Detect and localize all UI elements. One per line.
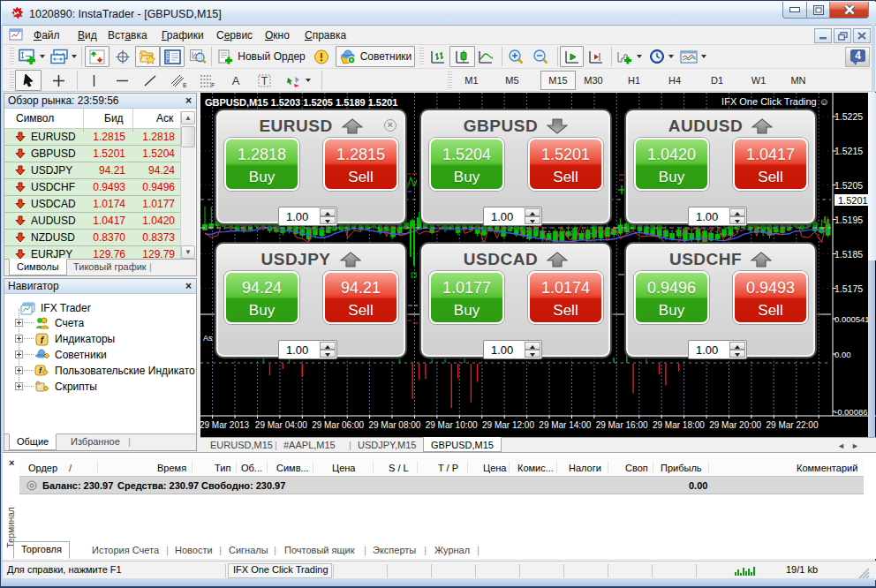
svg-text:1.5225: 1.5225	[834, 111, 863, 122]
svg-text:29 Mar 10:00: 29 Mar 10:00	[426, 420, 478, 430]
svg-text:-0.00086: -0.00086	[834, 407, 868, 417]
svg-text:29 Mar 08:00: 29 Mar 08:00	[368, 420, 420, 430]
svg-text:1.5215: 1.5215	[834, 146, 863, 156]
svg-text:29 Mar 2013: 29 Mar 2013	[200, 420, 250, 430]
svg-text:1.5185: 1.5185	[834, 249, 863, 260]
svg-text:29 Mar 20:00: 29 Mar 20:00	[709, 420, 761, 430]
svg-text:29 Mar 18:00: 29 Mar 18:00	[653, 420, 705, 430]
svg-text:1.5175: 1.5175	[834, 283, 863, 294]
svg-text:29 Mar 12:00: 29 Mar 12:00	[482, 420, 534, 430]
svg-text:A: A	[231, 74, 239, 87]
svg-text:0.000541: 0.000541	[834, 314, 870, 324]
svg-text:29 Mar 06:00: 29 Mar 06:00	[312, 420, 364, 430]
svg-text:E: E	[183, 82, 187, 88]
svg-text:IFX One Click Trading ☺: IFX One Click Trading ☺	[721, 96, 829, 107]
svg-text:1.5201: 1.5201	[838, 195, 868, 206]
svg-text:1.5195: 1.5195	[834, 215, 863, 225]
svg-text:29 Mar 22:00: 29 Mar 22:00	[766, 420, 819, 430]
svg-text:29 Mar 04:00: 29 Mar 04:00	[255, 420, 307, 430]
svg-text:T: T	[261, 75, 268, 87]
svg-text:As: As	[203, 334, 213, 343]
svg-text:29 Mar 16:00: 29 Mar 16:00	[596, 420, 648, 430]
svg-text:GBPUSD,M15 1.5203 1.5205 1.51: GBPUSD,M15 1.5203 1.5205 1.5189 1.5201	[205, 97, 397, 108]
svg-text:1.5205: 1.5205	[834, 180, 863, 191]
svg-text:29 Mar 14:00: 29 Mar 14:00	[539, 420, 591, 430]
svg-text:F: F	[211, 82, 215, 88]
svg-text:0.00: 0.00	[834, 350, 851, 359]
